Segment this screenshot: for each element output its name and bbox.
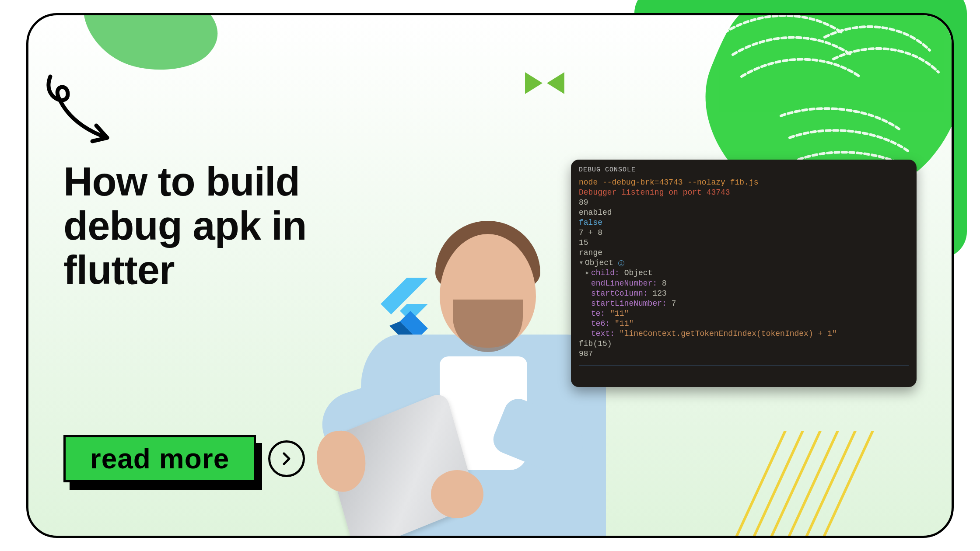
console-prop: te6: "11"	[579, 319, 909, 329]
read-more-button[interactable]: read more	[63, 435, 256, 482]
caret-right-icon: ▸	[585, 268, 591, 278]
debug-console-title: DEBUG CONSOLE	[579, 166, 909, 174]
console-line: 7 + 8	[579, 228, 909, 238]
bowtie-icon	[523, 68, 567, 98]
caret-down-icon: ▾	[579, 258, 585, 268]
console-prop: startLineNumber: 7	[579, 299, 909, 309]
yellow-diagonal-lines	[715, 431, 882, 538]
debug-console-panel: DEBUG CONSOLE node --debug-brk=43743 --n…	[571, 160, 917, 387]
page-title: How to build debug apk in flutter	[63, 160, 343, 293]
info-icon: i	[618, 260, 624, 266]
console-line: node --debug-brk=43743 --nolazy fib.js	[579, 178, 909, 188]
console-line: false	[579, 218, 909, 228]
console-prop: endLineNumber: 8	[579, 279, 909, 289]
console-child-row: ▸child: Object	[579, 268, 909, 278]
console-divider	[579, 365, 909, 366]
curly-arrow-icon	[37, 72, 120, 146]
console-line: 15	[579, 238, 909, 248]
console-prop: startColumn: 123	[579, 289, 909, 299]
console-line: enabled	[579, 208, 909, 218]
console-line: fib(15)	[579, 339, 909, 349]
cta-arrow-button[interactable]	[268, 440, 305, 477]
console-prop: te: "11"	[579, 309, 909, 319]
hero-card: How to build debug apk in flutter read m…	[26, 13, 954, 538]
console-line: 987	[579, 349, 909, 359]
cta-group: read more	[63, 435, 305, 482]
console-line: Debugger listening on port 43743	[579, 188, 909, 198]
green-blob-top-left	[81, 13, 225, 77]
console-object-row: ▾Object i	[579, 258, 909, 268]
chevron-right-icon	[279, 451, 294, 467]
console-line: 89	[579, 198, 909, 208]
console-prop: text: "lineContext.getTokenEndIndex(toke…	[579, 329, 909, 339]
console-line: range	[579, 248, 909, 258]
